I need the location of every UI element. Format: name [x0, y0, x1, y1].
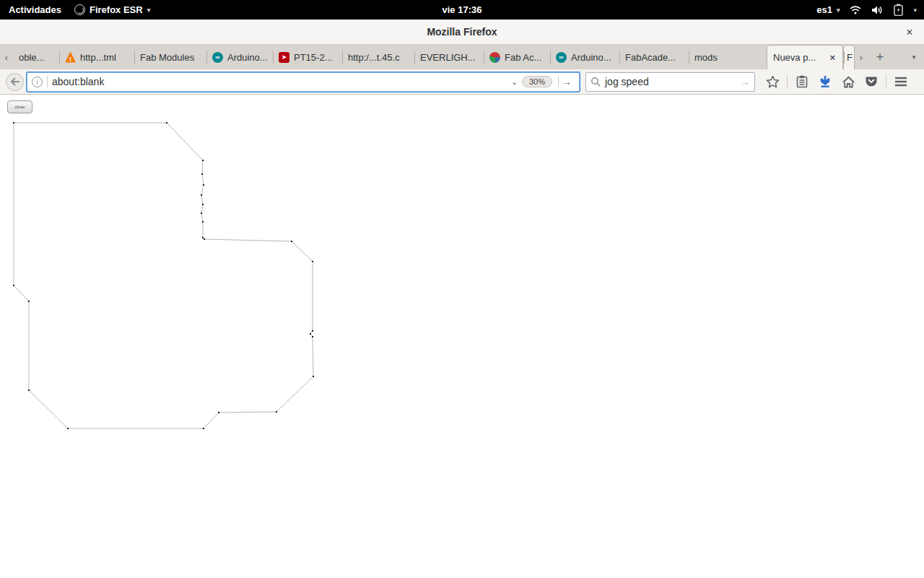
tab-f[interactable]: F [843, 45, 855, 69]
tab-scroll-left-button[interactable]: ‹ [0, 45, 13, 69]
list-all-tabs-button[interactable]: ▾ [904, 45, 924, 69]
tab-arduino[interactable]: ∞Arduino... [550, 45, 619, 69]
pocket-icon [865, 75, 878, 88]
window-close-button[interactable]: × [902, 25, 917, 40]
back-button[interactable] [6, 73, 24, 91]
divider [787, 74, 788, 89]
menu-button[interactable] [891, 72, 911, 92]
volume-icon [871, 5, 884, 15]
battery-icon [894, 4, 903, 16]
tab-label: Fab Modules [140, 52, 194, 63]
bookmarks-menu-button[interactable] [792, 72, 812, 92]
tab-pt15-2[interactable]: ➤PT15-2... [273, 45, 342, 69]
tab-label: EVERLIGH... [420, 52, 476, 63]
keyboard-layout-button[interactable]: es1 ▾ [816, 4, 840, 15]
go-button[interactable]: → [558, 76, 575, 87]
activities-button[interactable]: Actividades [9, 4, 61, 15]
tab-label: F [847, 52, 853, 63]
search-bar[interactable]: jog speed → [585, 72, 755, 92]
warning-favicon-icon: ! [65, 52, 76, 63]
tab-everligh[interactable]: EVERLIGH... [414, 45, 484, 69]
navigation-toolbar: i about:blank ⌄ 30% → jog speed → [0, 69, 924, 95]
tab-label: Arduino... [227, 52, 268, 63]
firefox-icon [74, 4, 85, 15]
app-menu-button[interactable]: Firefox ESR ▾ [74, 4, 150, 15]
search-input[interactable]: jog speed [605, 76, 740, 87]
tab-close-icon[interactable]: × [828, 52, 837, 63]
arduino-favicon-icon: ∞ [212, 52, 223, 63]
search-go-button[interactable]: → [740, 76, 750, 87]
page-info-icon[interactable]: i [32, 77, 43, 87]
gnome-top-bar: Actividades Firefox ESR ▾ vie 17:36 es1 … [0, 0, 924, 20]
tab-label: Nueva p... [773, 52, 816, 63]
downloads-button[interactable] [815, 72, 835, 92]
tab-label: oble... [19, 52, 44, 63]
clipboard-icon [796, 75, 808, 88]
home-button[interactable] [838, 72, 858, 92]
arduino-favicon-icon: ∞ [556, 52, 567, 63]
app-menu-label: Firefox ESR [90, 4, 143, 15]
back-arrow-icon [10, 77, 20, 86]
tab-label: Arduino... [571, 52, 611, 63]
system-menu-chevron-icon[interactable]: ▾ [913, 7, 917, 14]
tab-fabacade[interactable]: FabAcade... [619, 45, 689, 69]
tab-nueva-p[interactable]: Nueva p...× [767, 45, 843, 69]
toolpath-outline-drawing [0, 95, 924, 578]
divider [886, 74, 886, 89]
url-dropdown-icon[interactable]: ⌄ [507, 78, 522, 86]
search-icon [590, 77, 601, 87]
window-title-bar: Mozilla Firefox × [0, 20, 924, 45]
bookmark-star-button[interactable] [762, 72, 783, 92]
chevron-down-icon: ▾ [837, 7, 840, 14]
divider [47, 76, 48, 87]
tab-http-t-45-c[interactable]: http:/...t.45.c [342, 45, 414, 69]
url-bar[interactable]: i about:blank ⌄ 30% → [27, 72, 580, 92]
tab-label: FabAcade... [625, 52, 676, 63]
pocket-button[interactable] [861, 72, 881, 92]
tab-oble[interactable]: oble... [13, 45, 59, 69]
page-content: close [0, 95, 924, 578]
window-title: Mozilla Firefox [427, 26, 497, 38]
tab-http-tml[interactable]: !http...tml [59, 45, 134, 69]
fabacademy-favicon-icon [489, 52, 500, 63]
tab-label: http:/...t.45.c [348, 52, 400, 63]
tab-label: Fab Ac... [505, 52, 541, 63]
tab-fab-modules[interactable]: Fab Modules [134, 45, 206, 69]
tab-fab-ac[interactable]: Fab Ac... [484, 45, 550, 69]
pt15-favicon-icon: ➤ [279, 52, 289, 63]
tab-mods[interactable]: mods [689, 45, 767, 69]
new-tab-button[interactable]: + [868, 45, 892, 69]
zoom-level-badge[interactable]: 30% [522, 76, 552, 87]
wifi-icon [850, 5, 861, 15]
download-arrow-icon [819, 75, 831, 88]
star-icon [766, 75, 780, 88]
tab-strip: ‹oble...!http...tmlFab Modules∞Arduino..… [0, 45, 924, 69]
tab-label: http...tml [80, 52, 116, 63]
tab-label: PT15-2... [294, 52, 332, 63]
url-input[interactable]: about:blank [52, 76, 507, 87]
tab-arduino[interactable]: ∞Arduino... [206, 45, 273, 69]
chevron-down-icon: ▾ [147, 7, 151, 14]
keyboard-layout-label: es1 [816, 4, 832, 15]
tab-label: mods [694, 52, 718, 63]
tab-scroll-right-button[interactable]: › [855, 45, 868, 69]
home-icon [842, 76, 855, 88]
hamburger-icon [894, 77, 907, 87]
